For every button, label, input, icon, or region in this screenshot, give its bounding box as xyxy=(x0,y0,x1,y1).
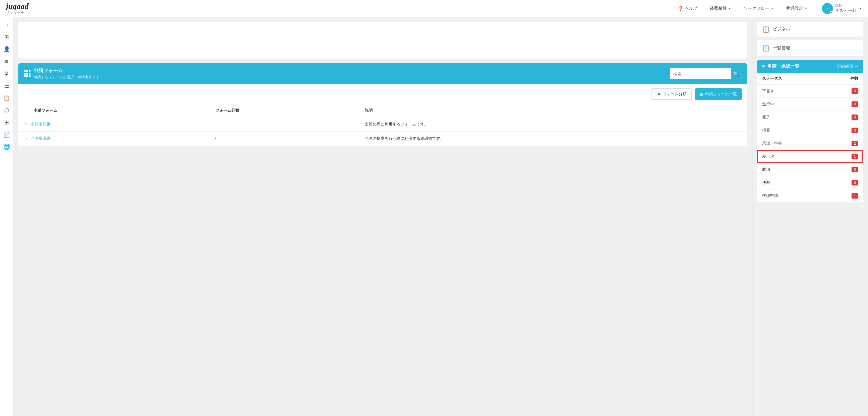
count-badge: 0 xyxy=(851,88,858,94)
sidebar-icon-globe[interactable]: 🌐 xyxy=(1,141,12,152)
filter-button[interactable]: ▼ フォーム分類 xyxy=(651,88,692,100)
search-button[interactable]: 🔍 xyxy=(731,68,742,79)
approval-status-cell: 拒否 xyxy=(757,124,824,137)
sidebar-icon-share[interactable]: ⬡ xyxy=(1,105,12,116)
approval-count-cell: 1 xyxy=(824,189,863,203)
form-list-button[interactable]: ⊞ 申請フォーム一覧 xyxy=(695,88,742,100)
approval-count-cell: 0 xyxy=(824,176,863,189)
col-category: フォーム分類 xyxy=(210,104,359,117)
workflow-nav-item[interactable]: ワークフロー ▼ xyxy=(741,4,776,13)
sidebar-icon-grid[interactable]: ⊞ xyxy=(1,32,12,43)
table-row: ☆ 出張申請書 - 出張の際に利用するフォームです。 xyxy=(18,117,747,132)
count-col-header: 件数 xyxy=(824,73,863,85)
workflow-label: ワークフロー xyxy=(744,6,769,11)
count-badge: 0 xyxy=(851,167,858,172)
approval-count-cell: 0 xyxy=(824,111,863,124)
approval-count-cell: 0 xyxy=(824,85,863,98)
search-input[interactable] xyxy=(670,72,731,76)
approval-row[interactable]: 完了 0 xyxy=(757,111,863,124)
approval-row[interactable]: 取消 0 xyxy=(757,163,863,176)
form-name-cell: ☆ 企画稟議書 xyxy=(18,132,210,146)
sidebar-icon-clipboard[interactable]: 📋 xyxy=(1,93,12,104)
sidebar: → ⊞ 👤 ≡ ¥ ☰ 📋 ⬡ ⊞ 📄 🌐 xyxy=(0,17,13,416)
app-form-title-text: 申請フォーム 申請するフォームを選択・申請出来ます xyxy=(34,68,99,80)
logo-text: jugaad xyxy=(6,2,29,10)
right-top-card: 📋 ビジネル xyxy=(757,22,863,37)
app-form-title: 申請フォーム xyxy=(34,68,99,74)
col-description: 説明 xyxy=(359,104,747,117)
right-top-icon: 📋 xyxy=(762,26,770,33)
right-panel: 📋 ビジネル 📋 一覧管理 ≡ 申請・承認一覧 詳細確認 → xyxy=(752,17,868,416)
app-form-toolbar: ▼ フォーム分類 ⊞ 申請フォーム一覧 xyxy=(18,84,747,104)
approval-count-cell: 0 xyxy=(824,163,863,176)
count-badge: 0 xyxy=(851,128,858,133)
form-link[interactable]: 企画稟議書 xyxy=(31,136,51,141)
approval-detail-link[interactable]: 詳細確認 → xyxy=(837,64,858,69)
approval-row[interactable]: 承認・拒否 2 xyxy=(757,137,863,150)
approval-detail-label: 詳細確認 xyxy=(837,64,853,69)
approval-status-cell: 進行中 xyxy=(757,98,824,111)
count-badge: 1 xyxy=(851,193,858,199)
form-list-label: 申請フォーム一覧 xyxy=(705,91,737,97)
sidebar-icon-users[interactable]: 👤 xyxy=(1,44,12,55)
approval-row[interactable]: 下書き 0 xyxy=(757,85,863,98)
list-mgmt-card[interactable]: 📋 一覧管理 xyxy=(757,40,863,56)
sidebar-icon-menu[interactable]: ☰ xyxy=(1,80,12,91)
app-form-header: 申請フォーム 申請するフォームを選択・申請出来ます 🔍 xyxy=(18,63,747,84)
form-link[interactable]: 出張申請書 xyxy=(31,122,51,127)
sidebar-icon-yen[interactable]: ¥ xyxy=(1,68,12,79)
approval-table: ステータス 件数 下書き 0 進行中 0 完了 0 拒否 0 承認・拒否 2 xyxy=(757,73,863,203)
grid-icon xyxy=(24,70,31,77)
settings-dropdown-arrow: ▼ xyxy=(805,7,808,10)
user-area[interactable]: テ 課長 テスト 一郎 ▼ xyxy=(822,3,862,14)
help-icon: ❓ xyxy=(678,6,683,11)
approval-title-icon: ≡ xyxy=(762,64,765,69)
sidebar-icon-arrow[interactable]: → xyxy=(1,20,12,30)
approval-status-cell: 取消 xyxy=(757,163,824,176)
help-label: ヘルプ xyxy=(685,6,698,11)
approval-row[interactable]: 差し戻し 1 xyxy=(757,150,863,163)
expense-nav-item[interactable]: 経費精算 ▼ xyxy=(707,4,734,13)
star-icon[interactable]: ☆ xyxy=(24,136,28,141)
form-description-cell: 企画の提案を行う際に利用する稟議書です。 xyxy=(359,132,747,146)
count-badge: 2 xyxy=(851,141,858,146)
nav-items: ❓ ヘルプ 経費精算 ▼ ワークフロー ▼ 共通設定 ▼ テ 課長 テスト 一郎… xyxy=(676,3,862,14)
help-nav-item[interactable]: ❓ ヘルプ xyxy=(676,4,700,13)
form-table: 申請フォーム フォーム分類 説明 ☆ 出張申請書 - 出張の際に利用するフォーム… xyxy=(18,104,747,146)
avatar: テ xyxy=(822,3,833,14)
top-partial-card xyxy=(18,22,747,59)
list-mgmt-icon: 📋 xyxy=(762,44,770,52)
approval-row[interactable]: 拒否 0 xyxy=(757,124,863,137)
app-form-card: 申請フォーム 申請するフォームを選択・申請出来ます 🔍 ▼ フォーム分類 ⊞ xyxy=(18,63,747,146)
approval-row[interactable]: 決裁 0 xyxy=(757,176,863,189)
count-badge: 0 xyxy=(851,114,858,120)
approval-title: ≡ 申請・承認一覧 xyxy=(762,63,799,69)
top-nav: jugaad ジュガール ❓ ヘルプ 経費精算 ▼ ワークフロー ▼ 共通設定 … xyxy=(0,0,868,17)
status-col-header: ステータス xyxy=(757,73,824,85)
sidebar-icon-list[interactable]: ≡ xyxy=(1,56,12,67)
app-form-title-area: 申請フォーム 申請するフォームを選択・申請出来ます xyxy=(24,68,99,80)
approval-count-cell: 0 xyxy=(824,124,863,137)
count-badge: 0 xyxy=(851,101,858,107)
approval-count-cell: 1 xyxy=(824,150,863,163)
sidebar-icon-doc[interactable]: 📄 xyxy=(1,129,12,140)
approval-status-cell: 差し戻し xyxy=(757,150,824,163)
settings-nav-item[interactable]: 共通設定 ▼ xyxy=(783,4,810,13)
approval-status-cell: 承認・拒否 xyxy=(757,137,824,150)
count-badge: 1 xyxy=(851,154,858,159)
status-dot xyxy=(830,11,833,14)
form-description-cell: 出張の際に利用するフォームです。 xyxy=(359,117,747,132)
app-form-subtitle: 申請するフォームを選択・申請出来ます xyxy=(34,75,99,80)
form-category-cell: - xyxy=(210,132,359,146)
approval-arrow-icon: → xyxy=(854,64,858,69)
sidebar-icon-table[interactable]: ⊞ xyxy=(1,117,12,128)
star-icon[interactable]: ☆ xyxy=(24,122,28,127)
approval-row[interactable]: 代理申請 1 xyxy=(757,189,863,203)
settings-label: 共通設定 xyxy=(786,6,803,11)
count-badge: 0 xyxy=(851,180,858,185)
approval-row[interactable]: 進行中 0 xyxy=(757,98,863,111)
approval-count-cell: 2 xyxy=(824,137,863,150)
approval-panel: ≡ 申請・承認一覧 詳細確認 → ステータス 件数 下書き 0 xyxy=(757,60,863,203)
logo-sub: ジュガール xyxy=(6,10,24,14)
logo: jugaad ジュガール xyxy=(6,2,29,14)
